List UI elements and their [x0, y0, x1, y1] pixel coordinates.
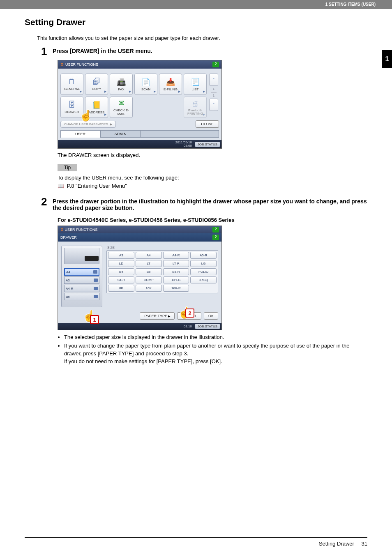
settings-icon: ⚙ — [60, 228, 64, 232]
size-a3[interactable]: A3 — [108, 252, 134, 259]
note-1: The selected paper size is displayed in … — [64, 334, 367, 341]
ok-button[interactable]: OK — [204, 312, 218, 320]
running-header: 1 SETTING ITEMS (USER) — [0, 0, 392, 9]
chevron-up-icon: ˄ — [213, 78, 215, 82]
address-button[interactable]: 📒ADDRESS▶ — [85, 97, 108, 118]
copy-button[interactable]: 🗐COPY▶ — [85, 74, 108, 95]
page-footer: Setting Drawer 31 — [319, 541, 367, 547]
footer-rule — [25, 537, 367, 538]
datetime-label: 08:10 — [184, 325, 192, 328]
ss2-title-text: USER FUNCTIONS — [65, 228, 98, 232]
check-email-button[interactable]: ✉CHECK E-MAIL — [110, 97, 133, 118]
ss1-titlebar: ⚙ USER FUNCTIONS ? — [58, 60, 221, 69]
list-button[interactable]: 📃LIST▶ — [184, 74, 207, 95]
size-b5-r[interactable]: B5-R — [163, 268, 189, 275]
cancel-button[interactable]: CANCEL — [177, 312, 201, 320]
general-icon: 🗒 — [68, 78, 76, 86]
email-icon: ✉ — [118, 99, 125, 108]
divider — [211, 92, 217, 92]
scroll-up-button[interactable]: ˄ — [209, 74, 218, 86]
ss1-title-text: USER FUNCTIONS — [65, 62, 98, 67]
step-1-text: Press [DRAWER] in the USER menu. — [53, 46, 367, 57]
tip-line1: To display the USER menu, see the follow… — [58, 174, 367, 182]
ss2-titlebar: ⚙ USER FUNCTIONS ? — [58, 226, 221, 233]
step-1-caption: The DRAWER screen is displayed. — [58, 152, 367, 158]
size-st-r[interactable]: ST-R — [108, 276, 134, 283]
size-lt[interactable]: LT — [136, 260, 162, 267]
datetime-label: 2011/05/10 08:00 — [175, 141, 192, 147]
efiling-icon: 📥 — [166, 78, 175, 87]
page-indicator: 1 — [213, 87, 214, 91]
scroll-down-button[interactable]: ˅ — [209, 99, 218, 111]
bluetooth-printing-button[interactable]: 🖨Bluetooth PRINTING▶ — [184, 97, 207, 118]
screenshot-user-functions: ⚙ USER FUNCTIONS ? 🗒GENERAL▶ 🗐COPY▶ 📠FAX… — [58, 60, 367, 149]
tip-box: Tip To display the USER menu, see the fo… — [58, 164, 367, 190]
job-status-button[interactable]: JOB STATUS — [195, 324, 220, 329]
tab-admin[interactable]: ADMIN — [100, 130, 140, 138]
printer-illustration: A4 A3 A4-R B5 — [61, 246, 102, 307]
size-a4-r[interactable]: A4-R — [163, 252, 189, 259]
size-a5-r[interactable]: A5-R — [190, 252, 217, 259]
note-2: If you want to change the paper type fro… — [64, 342, 367, 366]
step-2: 2 Press the drawer portion in the illust… — [41, 196, 367, 211]
drawer-2[interactable]: A3 — [64, 276, 99, 284]
step-1: 1 Press [DRAWER] in the USER menu. — [41, 46, 367, 57]
size-85sq[interactable]: 8.5SQ — [190, 276, 217, 283]
size-a4[interactable]: A4 — [136, 252, 162, 259]
book-icon: 📖 — [58, 183, 64, 189]
close-button[interactable]: CLOSE — [196, 120, 219, 128]
intro-text: This function allows you to set the pape… — [37, 35, 367, 41]
address-icon: 📒 — [92, 101, 101, 110]
help-icon[interactable]: ? — [212, 235, 219, 240]
help-icon[interactable]: ? — [212, 62, 219, 67]
chapter-tab: 1 — [382, 50, 392, 68]
size-b5[interactable]: B5 — [136, 268, 162, 275]
copy-icon: 🗐 — [93, 78, 100, 86]
step-1-number: 1 — [41, 46, 53, 57]
tray-icon — [94, 279, 98, 282]
bluetooth-icon: 🖨 — [191, 99, 199, 108]
size-label: SIZE — [106, 246, 218, 249]
size-8k[interactable]: 8K — [108, 285, 134, 292]
settings-icon: ⚙ — [60, 62, 64, 67]
drawer-4[interactable]: B5 — [64, 293, 99, 300]
size-comp[interactable]: COMP — [136, 276, 162, 283]
step-2-subhead: For e-STUDIO4540C Series, e-STUDIO456 Se… — [58, 217, 367, 223]
drawer-1[interactable]: A4 — [64, 268, 99, 276]
help-icon[interactable]: ? — [212, 227, 219, 233]
drawer-3[interactable]: A4-R — [64, 285, 99, 292]
page-title: Setting Drawer — [25, 17, 367, 29]
general-button[interactable]: 🗒GENERAL▶ — [60, 74, 83, 95]
scan-button[interactable]: 📄SCAN▶ — [134, 74, 157, 95]
page-number: 31 — [362, 541, 367, 547]
running-header-text: 1 SETTING ITEMS (USER) — [325, 2, 376, 7]
size-folio[interactable]: FOLIO — [190, 268, 217, 275]
fax-button[interactable]: 📠FAX▶ — [110, 74, 133, 95]
efiling-button[interactable]: 📥E-FILING▶ — [159, 74, 182, 95]
drawer-icon: 🗄 — [68, 101, 76, 109]
job-status-button[interactable]: JOB STATUS — [195, 142, 220, 147]
notes-list: The selected paper size is displayed in … — [58, 334, 367, 365]
size-16k-r[interactable]: 16K-R — [163, 285, 189, 292]
drawer-button[interactable]: 🗄DRAWER — [60, 97, 83, 118]
tray-icon — [94, 295, 98, 298]
ss2-sub-text: DRAWER — [60, 235, 77, 240]
size-button-grid: A3 A4 A4-R A5-R LD LT LT-R LG B4 B5 — [106, 250, 218, 293]
size-lg[interactable]: LG — [190, 260, 217, 267]
scan-icon: 📄 — [141, 78, 150, 87]
tab-user[interactable]: USER — [60, 130, 100, 138]
size-13lg[interactable]: 13"LG — [163, 276, 189, 283]
paper-type-button[interactable]: PAPER TYPE ▶ — [140, 312, 175, 320]
tray-icon — [94, 287, 98, 290]
step-2-number: 2 — [41, 196, 53, 211]
fax-icon: 📠 — [117, 78, 126, 87]
printer-panel — [85, 256, 99, 261]
list-icon: 📃 — [191, 78, 200, 87]
size-ld[interactable]: LD — [108, 260, 134, 267]
size-16k[interactable]: 16K — [136, 285, 162, 292]
footer-section-label: Setting Drawer — [319, 541, 354, 547]
size-b4[interactable]: B4 — [108, 268, 134, 275]
ss2-subtitle: DRAWER ? — [58, 233, 221, 242]
size-lt-r[interactable]: LT-R — [163, 260, 189, 267]
change-user-password-button[interactable]: CHANGE USER PASSWORD▶ — [60, 121, 116, 128]
